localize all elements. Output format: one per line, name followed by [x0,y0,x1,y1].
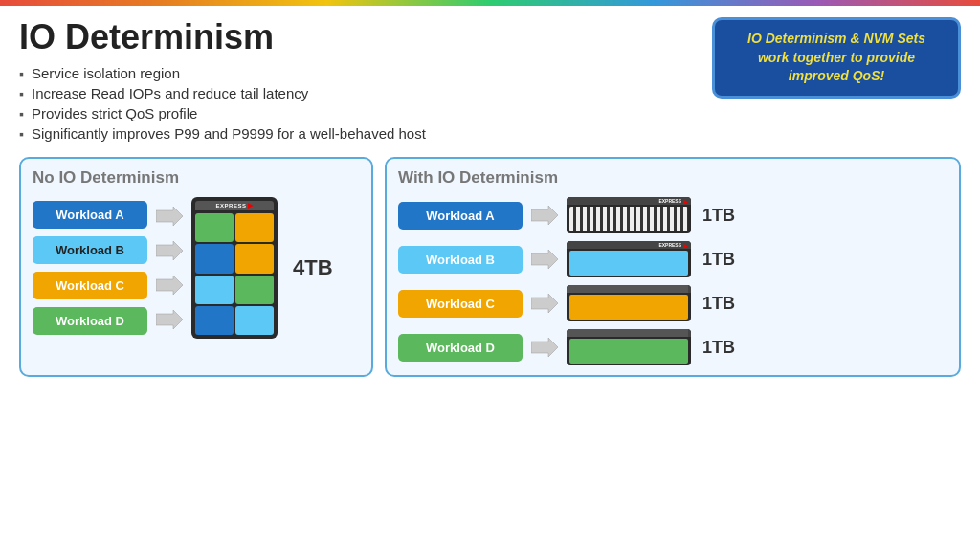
right-tb-d: 1TB [702,338,735,358]
ssd-mini-bottom-c [567,293,691,321]
left-diagram-inner: Workload A Workload B Workload C Workloa… [33,197,360,339]
ssd-cell-2 [235,213,274,242]
right-row-a: Workload A EXPRESS ▶ 1TB [398,197,947,233]
right-diagram: With IO Determinism Workload A EXPRESS ▶ [385,157,961,377]
ssd-cell-7 [195,306,234,335]
svg-marker-1 [156,241,183,260]
express-lbl-b: EXPRESS [658,242,681,248]
svg-marker-6 [531,294,558,313]
left-workload-labels: Workload A Workload B Workload C Workloa… [33,201,147,335]
right-arrow-c [530,290,559,317]
left-arrows [155,203,184,333]
ssd-mini-bottom-b [567,249,691,277]
svg-marker-7 [531,338,558,357]
arrow-3 [155,272,184,298]
bullet-4: Significantly improves P99 and P9999 for… [19,125,426,142]
ssd-fill-c [569,295,688,320]
left-workload-a: Workload A [33,201,147,229]
ssd-cell-6 [235,276,274,304]
left-ssd-device: EXPRESS ▶ [191,197,278,339]
svg-marker-5 [531,250,558,269]
ssd-cell-8 [235,306,274,335]
right-row-b: Workload B EXPRESS ▶ 1TB [398,241,947,277]
ssd-stripe-a [569,207,688,231]
ssd-grid [195,213,274,335]
bullet-list: Service isolation region Increase Read I… [19,65,426,142]
ssd-mini-top-c [567,285,691,293]
left-workload-b: Workload B [33,236,147,264]
ssd-fill-b [569,251,688,276]
top-section: IO Determinism Service isolation region … [19,17,961,145]
left-capacity-label: 4TB [293,255,333,280]
left-workload-c: Workload C [33,272,147,299]
left-diagram: No IO Determinism Workload A Workload B … [19,157,373,377]
bullet-2: Increase Read IOPs and reduce tail laten… [19,85,426,101]
right-ssd-d [567,329,691,365]
ssd-cell-1 [195,213,234,242]
express-lbl-a: EXPRESS [658,198,681,204]
ssd-mini-bottom-d [567,337,691,365]
right-diagram-inner: Workload A EXPRESS ▶ 1TB [398,197,947,365]
right-tb-c: 1TB [702,294,735,314]
right-workload-d: Workload D [398,334,523,362]
left-workload-d: Workload D [33,307,147,335]
svg-marker-0 [156,207,183,226]
ssd-mini-top-a: EXPRESS ▶ [567,197,691,205]
svg-marker-4 [531,206,558,225]
right-ssd-b: EXPRESS ▶ [567,241,691,277]
right-arrow-d [530,334,559,361]
page-title: IO Determinism [19,17,426,57]
express-label: EXPRESS [216,203,247,209]
callout-text: IO Determinism & NVM Sets work together … [747,31,925,83]
arrow-1 [155,203,184,230]
right-arrow-a [530,202,559,229]
diagrams-row: No IO Determinism Workload A Workload B … [19,157,961,377]
bullet-1: Service isolation region [19,65,426,81]
right-diagram-title: With IO Determinism [398,168,947,187]
right-tb-b: 1TB [702,250,735,270]
ssd-mini-bottom-a [567,205,691,233]
bullet-3: Provides strict QoS profile [19,105,426,121]
right-row-d: Workload D 1TB [398,329,947,365]
arrow-2 [155,237,184,264]
right-arrow-b [530,246,559,273]
svg-marker-3 [156,310,183,329]
right-row-c: Workload C 1TB [398,285,947,321]
right-workload-b: Workload B [398,246,523,274]
ssd-cell-4 [235,244,274,273]
right-tb-a: 1TB [702,206,735,226]
ssd-fill-d [569,339,688,364]
ssd-mini-top-d [567,329,691,337]
right-ssd-a: EXPRESS ▶ [567,197,691,233]
arrow-4 [155,306,184,333]
right-ssd-c [567,285,691,321]
svg-marker-2 [156,276,183,295]
right-workload-a: Workload A [398,202,523,230]
ssd-cell-3 [195,244,234,273]
left-diagram-title: No IO Determinism [33,168,360,187]
right-workload-c: Workload C [398,290,523,318]
ssd-cell-5 [195,276,234,304]
ssd-mini-top-b: EXPRESS ▶ [567,241,691,249]
callout-box: IO Determinism & NVM Sets work together … [712,17,961,99]
ssd-top-bar: EXPRESS ▶ [195,201,274,210]
